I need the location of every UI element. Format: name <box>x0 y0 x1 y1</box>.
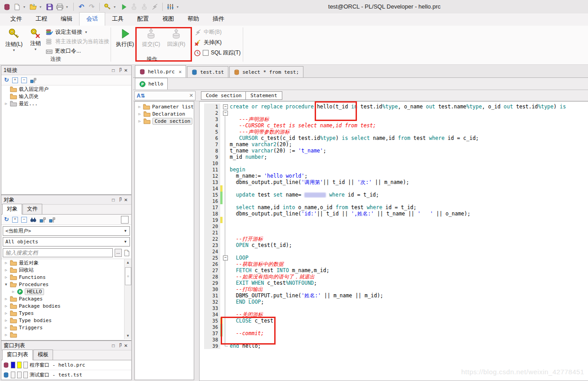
refresh-icon[interactable]: ↻ <box>4 217 9 222</box>
connections-item-输入历史[interactable]: 输入历史 <box>1 93 131 100</box>
search-input[interactable]: 输入搜索文档 <box>3 248 113 257</box>
close-session-button[interactable]: 关掉(K) <box>194 39 241 46</box>
tab-窗口列表[interactable]: 窗口列表 <box>2 350 33 360</box>
code-section-button[interactable]: Code section <box>201 91 246 100</box>
expand-arrow-icon[interactable]: ▷ <box>4 304 8 308</box>
break-button[interactable]: 中断(B) <box>194 28 241 36</box>
chevron-down-icon[interactable]: ▾ <box>177 5 180 9</box>
menu-帮助[interactable]: 帮助 <box>181 13 206 26</box>
connection-icon[interactable] <box>30 77 36 83</box>
sort-icon[interactable]: A⇅ <box>137 93 145 99</box>
redo-icon[interactable]: ↷ <box>88 3 96 11</box>
rollback-gray-icon[interactable] <box>140 3 148 11</box>
scroll-down-icon[interactable]: ▼ <box>125 332 131 339</box>
expand-arrow-icon[interactable]: ▷ <box>4 102 8 106</box>
close-icon[interactable]: ✕ <box>123 197 129 202</box>
collapse-all-icon[interactable]: − <box>21 217 27 223</box>
change-password-button[interactable]: 更改口令... <box>46 47 109 55</box>
scroll-thumb[interactable]: ≡ <box>125 267 131 285</box>
tab-模板[interactable]: 模板 <box>33 350 53 360</box>
code-line-19[interactable]: 19 <box>200 217 588 223</box>
code-line-20[interactable]: 20 <box>200 223 588 229</box>
code-line-13[interactable]: 13 dbms_output.put_line('调用第'|| t_id || … <box>200 179 588 185</box>
undo-icon[interactable]: ↶ <box>77 3 85 11</box>
expand-arrow-icon[interactable]: ▷ <box>4 261 8 265</box>
statement-button[interactable]: Statement <box>245 91 282 100</box>
window-list-item[interactable]: 测试窗口 - test.tst <box>1 370 131 380</box>
menu-配置[interactable]: 配置 <box>130 13 156 26</box>
user-filter-dropdown[interactable]: <当前用户> ▼ <box>3 226 130 236</box>
code-line-25[interactable]: 25− LOOP <box>200 255 588 261</box>
tab-文件[interactable]: 文件 <box>22 204 42 214</box>
objects-item-Types[interactable]: ▷Types <box>1 309 131 317</box>
object-color-box[interactable] <box>121 216 129 224</box>
code-line-7[interactable]: 7m_name varchar2(20); <box>200 141 588 148</box>
connections-item-最近...[interactable]: ▷最近... <box>1 100 131 107</box>
logout-button[interactable]: 注销(L) ▼ <box>4 28 24 51</box>
chevron-down-icon[interactable]: ▾ <box>114 5 117 9</box>
more-button[interactable]: ... <box>115 249 122 257</box>
menu-视图[interactable]: 视图 <box>156 13 181 26</box>
code-line-1[interactable]: 1−create or replace procedure hello(t_id… <box>200 103 588 110</box>
expand-arrow-icon[interactable]: ▷ <box>4 275 8 279</box>
menu-工程[interactable]: 工程 <box>29 13 54 26</box>
set-main-link-button[interactable]: 设定主链接 ▼ <box>46 28 109 36</box>
code-line-32[interactable]: 32 END LOOP; <box>200 299 588 305</box>
code-line-31[interactable]: 31 DBMS_OUTPUT.put_line('姓名:' || m_name … <box>200 292 588 299</box>
chevron-down-icon[interactable]: ▾ <box>66 5 70 9</box>
expand-arrow-icon[interactable]: ▷ <box>138 119 142 123</box>
connections-item-载入固定用户[interactable]: 载入固定用户 <box>1 85 131 93</box>
float-icon[interactable]: □ <box>110 343 116 348</box>
save-icon[interactable] <box>45 3 53 11</box>
new-document-icon[interactable] <box>124 249 130 256</box>
commit-gray-icon[interactable] <box>130 3 138 11</box>
code-line-8[interactable]: 8t_name varchar(20) := 't_name'; <box>200 148 588 154</box>
sql-trace-control[interactable]: SQL 跟踪(T) <box>194 49 241 57</box>
expand-all-icon[interactable]: + <box>12 77 18 83</box>
menu-编辑[interactable]: 编辑 <box>54 13 79 26</box>
logout-all-button[interactable]: 注销 ▼ <box>26 28 45 50</box>
code-line-11[interactable]: 11begin <box>200 166 588 173</box>
collapse-all-icon[interactable]: − <box>21 77 27 83</box>
run-icon[interactable] <box>120 3 128 11</box>
code-line-6[interactable]: 6 CURSOR c_test(c_id test.id%type) is se… <box>200 135 588 141</box>
expand-arrow-icon[interactable]: ▷ <box>4 311 8 315</box>
code-line-17[interactable]: 17 select name,id into o_name,o_id from … <box>200 204 588 211</box>
close-icon[interactable]: ✕ <box>189 93 193 99</box>
expand-arrow-icon[interactable]: ▷ <box>4 318 8 323</box>
filter-icon[interactable] <box>40 216 46 223</box>
nav-item-Code section[interactable]: ▷Code section <box>135 117 194 125</box>
fold-collapse-icon[interactable]: − <box>223 255 229 261</box>
menu-文件[interactable]: 文件 <box>4 13 29 26</box>
refresh-icon[interactable]: ↻ <box>4 77 9 83</box>
objects-item-Package bodies[interactable]: ▷Package bodies <box>1 302 131 309</box>
menu-插件[interactable]: 插件 <box>206 13 231 26</box>
code-line-15[interactable]: 15 update test set name= where id = t_id… <box>200 192 588 198</box>
expand-arrow-icon[interactable]: ▷ <box>11 290 15 294</box>
code-line-24[interactable]: 24 <box>200 248 588 255</box>
nav-item-Parameter list[interactable]: ▷Parameter list <box>135 103 194 110</box>
code-line-16[interactable]: 16 <box>200 198 588 204</box>
pin-icon[interactable]: 卩 <box>116 197 123 203</box>
code-line-23[interactable]: 23 OPEN c_test(t_id); <box>200 242 588 248</box>
chevron-down-icon[interactable]: ▾ <box>40 5 43 9</box>
close-icon[interactable]: ✕ <box>179 69 182 75</box>
code-line-29[interactable]: 29 EXIT WHEN c_test%NOTFOUND; <box>200 280 588 286</box>
break-gray-icon[interactable] <box>151 3 159 11</box>
editor-tab-hello.prc[interactable]: hello.prc✕ <box>135 65 186 77</box>
code-line-2[interactable]: 2− <box>200 110 588 116</box>
object-filter-dropdown[interactable]: All objects ▼ <box>3 237 130 247</box>
expand-arrow-icon[interactable]: ▷ <box>4 326 8 330</box>
find-icon[interactable] <box>30 216 36 223</box>
expand-all-icon[interactable]: + <box>12 217 18 223</box>
objects-item-Procedures[interactable]: ▼Procedures <box>1 281 131 288</box>
print-icon[interactable] <box>56 3 64 11</box>
code-line-9[interactable]: 9m_id number; <box>200 154 588 160</box>
code-line-21[interactable]: 21 <box>200 229 588 236</box>
new-document-icon[interactable] <box>13 3 21 11</box>
tab-对象[interactable]: 对象 <box>2 204 22 215</box>
code-line-5[interactable]: 5 ---声明带参数的游标 <box>200 129 588 135</box>
code-line-28[interactable]: 28 --如果没有指向的语句了，就退出 <box>200 273 588 280</box>
objects-item-Triggers[interactable]: ▷Triggers <box>1 324 131 331</box>
menu-会话[interactable]: 会话 <box>79 12 105 26</box>
